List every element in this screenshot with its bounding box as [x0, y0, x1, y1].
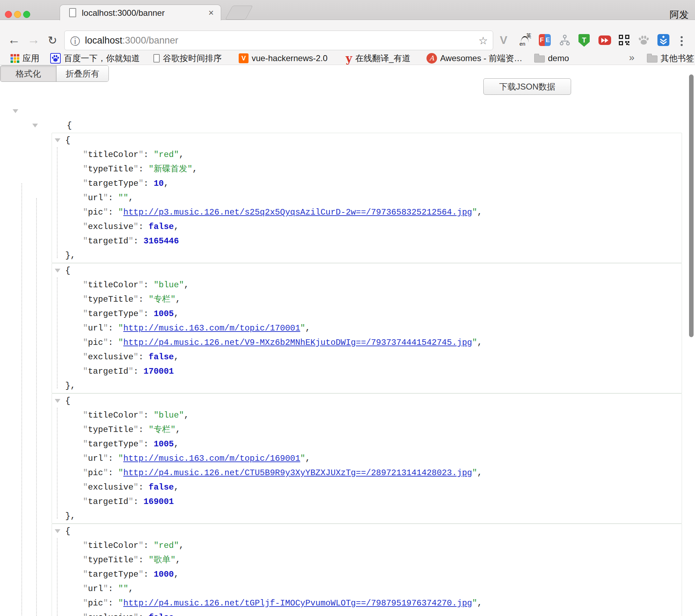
json-link[interactable]: http://music.163.com/m/topic/169001 — [123, 454, 300, 463]
json-link[interactable]: http://p4.music.126.net/V9-MXz6b2MNhEKju… — [123, 338, 472, 347]
indent-guide — [21, 183, 22, 616]
json-quote: " — [138, 150, 143, 159]
json-comma: , — [477, 598, 482, 608]
json-number: 1005 — [154, 309, 174, 319]
sitemap-extension-icon[interactable] — [559, 34, 571, 46]
json-comma: , — [174, 613, 179, 616]
json-array-item-box: {"titleColor": "blue","typeTitle": "专栏",… — [52, 263, 682, 393]
json-quote: " — [83, 323, 88, 333]
bookmark-apps[interactable]: 应用 — [11, 52, 39, 64]
json-quote: " — [133, 164, 138, 174]
collapse-toggle-icon[interactable] — [55, 529, 60, 533]
browser-menu-icon[interactable] — [680, 34, 683, 46]
bookmark-vue-hackernews[interactable]: V vue-hackernews-2.0 — [239, 52, 327, 64]
bookmark-label: vue-hackernews-2.0 — [252, 53, 327, 63]
json-key: exclusive — [88, 613, 133, 616]
json-string: "blue" — [154, 411, 184, 420]
fe-extension-icon[interactable]: F E — [539, 34, 551, 46]
bookmark-label: Awesomes - 前端资… — [440, 53, 522, 64]
json-field-line: "exclusive": false, — [52, 610, 682, 616]
browser-tab[interactable]: localhost:3000/banner × — [60, 5, 221, 20]
download-arrows-extension-icon[interactable] — [657, 34, 669, 46]
json-key: targetId — [88, 236, 128, 246]
close-window-button[interactable] — [5, 11, 12, 18]
site-info-icon[interactable]: ⓘ — [70, 35, 80, 48]
collapse-all-button[interactable]: 折叠所有 — [57, 66, 108, 81]
bookmark-demo-folder[interactable]: demo — [534, 52, 569, 64]
bookmark-youdao[interactable]: y 在线翻译_有道 — [346, 52, 410, 64]
json-key: exclusive — [88, 352, 133, 362]
json-quote: " — [83, 193, 88, 203]
json-field-line: "url": "", — [52, 191, 682, 205]
json-link[interactable]: http://p4.music.126.net/tGPljf-IMOCyPvum… — [123, 598, 472, 608]
bookmarks-overflow-icon[interactable]: » — [629, 52, 635, 64]
collapse-toggle-icon[interactable] — [55, 138, 60, 142]
json-comma: , — [174, 222, 179, 231]
translate-extension-icon[interactable]: 英 en — [519, 34, 531, 46]
json-field-line: "pic": "http://p4.music.126.net/V9-MXz6b… — [52, 335, 682, 350]
json-quote: " — [128, 497, 133, 506]
baidu-paw-icon — [50, 53, 61, 64]
bookmark-awesomes[interactable]: A Awesomes - 前端资… — [426, 52, 522, 64]
collapse-toggle-icon[interactable] — [13, 109, 18, 113]
json-quote: " — [83, 468, 88, 478]
json-key: typeTitle — [88, 425, 133, 434]
json-comma: , — [477, 468, 482, 478]
json-comma: , — [184, 280, 189, 290]
json-field-line: "targetType": 1005, — [52, 437, 682, 451]
qrcode-extension-icon[interactable] — [618, 34, 630, 46]
bookmark-google-sort[interactable]: 谷歌按时间排序 — [153, 52, 222, 64]
bookmark-baidu[interactable]: 百度一下，你就知道 — [50, 52, 140, 64]
vue-devtools-icon[interactable]: V — [500, 34, 512, 46]
fe-letter-e: E — [545, 34, 551, 46]
json-field-line: "targetId": 3165446 — [52, 234, 682, 248]
json-string: "歌单" — [148, 555, 176, 565]
back-button[interactable]: ← — [8, 33, 20, 46]
json-colon: : — [144, 280, 154, 290]
collapse-toggle-icon[interactable] — [55, 269, 60, 273]
new-tab-button[interactable] — [225, 6, 253, 20]
download-json-button[interactable]: 下载JSON数据 — [483, 78, 571, 95]
json-number: false — [148, 222, 174, 231]
json-quote: " — [103, 208, 108, 217]
forward-button: → — [27, 33, 40, 46]
other-bookmarks-folder[interactable]: 其他书签 — [647, 52, 694, 64]
json-viewer: { "banners": [ {"titleColor": "red","typ… — [0, 104, 695, 616]
bookmark-star-icon[interactable]: ☆ — [478, 34, 488, 47]
bookmark-label: demo — [548, 53, 569, 63]
minimize-window-button[interactable] — [14, 11, 21, 18]
json-quote: " — [118, 208, 123, 217]
url-text[interactable]: localhost:3000/banner — [85, 35, 178, 46]
json-link[interactable]: http://p4.music.126.net/CTU5B9R9y3XyYBZX… — [123, 468, 472, 478]
json-key: exclusive — [88, 483, 133, 492]
collapse-toggle-icon[interactable] — [32, 124, 38, 127]
json-brace: { — [65, 526, 70, 536]
json-quote: " — [83, 280, 88, 290]
json-link[interactable]: http://p3.music.126.net/s25q2x5QyqsAzilC… — [123, 208, 472, 217]
collapse-toggle-icon[interactable] — [55, 399, 60, 403]
json-quote: " — [300, 323, 305, 333]
json-field-line: "targetType": 10, — [52, 176, 682, 191]
json-item-close-line: }, — [52, 379, 682, 393]
json-quote: " — [83, 150, 88, 159]
browser-profile-name[interactable]: 阿发 — [670, 8, 689, 21]
json-quote: " — [83, 584, 88, 594]
tab-close-icon[interactable]: × — [208, 7, 214, 18]
json-key: titleColor — [88, 541, 138, 550]
json-comma: , — [128, 584, 133, 594]
fastforward-extension-icon[interactable] — [598, 35, 611, 45]
json-brace: }, — [65, 251, 75, 260]
json-quote: " — [128, 236, 133, 246]
zoom-window-button[interactable] — [23, 11, 30, 18]
address-bar[interactable]: ⓘ localhost:3000/banner ☆ — [64, 31, 493, 50]
reload-button[interactable]: ↻ — [48, 34, 57, 47]
paw-extension-icon[interactable] — [638, 34, 650, 46]
format-button[interactable]: 格式化 — [0, 66, 57, 81]
json-field-line: "exclusive": false, — [52, 350, 682, 364]
json-link[interactable]: http://music.163.com/m/topic/170001 — [123, 323, 300, 333]
vertical-scrollbar-thumb[interactable] — [689, 74, 694, 337]
json-quote: " — [133, 295, 138, 304]
json-banners-line: "banners": [ — [0, 118, 695, 133]
json-comma: , — [477, 338, 482, 347]
json-item-open-line: { — [52, 263, 682, 278]
